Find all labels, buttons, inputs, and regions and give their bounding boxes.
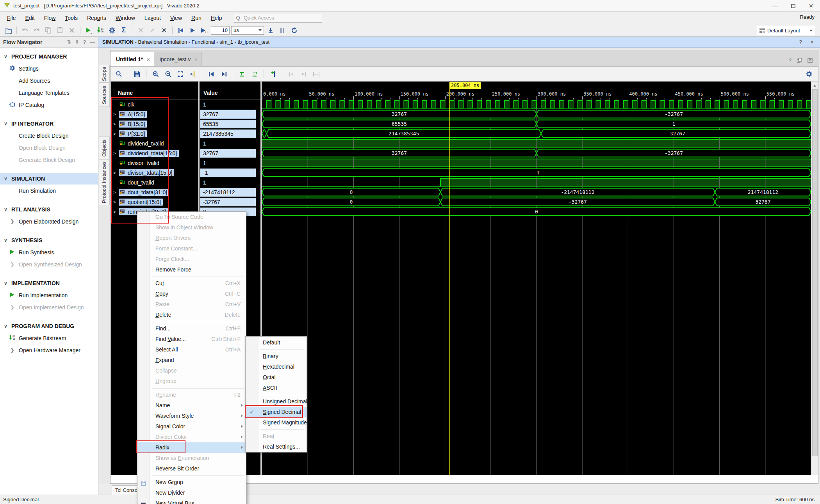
signal-row-divisor-tvalid[interactable]: divisor_tvalid [111,158,198,168]
flow-section-project-manager[interactable]: ∨PROJECT MANAGER [0,51,98,62]
flow-item-generate-bitstream[interactable]: 0110Generate Bitstream [0,332,98,344]
restart-sim-icon[interactable] [176,26,186,35]
signal-row-quotient-15-0[interactable]: >quotient[15:0] [111,197,198,207]
signal-row-dout-tvalid[interactable]: dout_tvalid [111,177,198,187]
next-transition-icon[interactable] [219,69,229,79]
context-menu-item-remove-force[interactable]: Remove Force [137,264,246,275]
side-tab-sources[interactable]: Sources [99,83,110,107]
value-row-quotient-15-0[interactable]: -32767 [200,197,260,207]
zoom-to-cursor-icon[interactable] [188,69,198,79]
side-tab-scope[interactable]: Scope [99,65,110,83]
context-menu-item-expand[interactable]: Expand [137,355,246,366]
tcl-console-tab[interactable]: Tcl Consol [112,485,137,495]
radix-option-binary[interactable]: Binary [246,351,307,362]
flow-item-generate-block-design[interactable]: Generate Block Design [0,154,98,166]
zoom-out-icon[interactable] [163,69,173,79]
expand-icon[interactable]: > [113,209,119,214]
flow-section-simulation[interactable]: ∨SIMULATION [0,173,98,185]
value-row-clk[interactable]: 1 [200,99,260,109]
flow-item-run-simulation[interactable]: Run Simulation [0,185,98,197]
collapse-all-icon[interactable]: ⇅ [67,39,71,45]
signal-row-dividend-tdata-15-0[interactable]: >dividend_tdata[15:0] [111,148,198,158]
close-icon[interactable]: × [147,57,150,62]
tab-untitled-1[interactable]: Untitled 1*× [111,52,154,66]
flow-item-add-sources[interactable]: Add Sources [0,75,98,87]
minimize-button[interactable]: — [766,0,784,12]
float-window-icon[interactable] [797,58,802,63]
cursor-line[interactable] [449,89,450,475]
radix-option-default[interactable]: Default [246,337,307,348]
find-icon[interactable] [114,69,124,79]
swap-cursor-end-icon[interactable] [250,69,260,79]
vertical-scrollbar[interactable]: ▲ [811,82,818,475]
expand-icon[interactable]: > [113,122,119,126]
redo-icon[interactable] [32,26,42,35]
flow-section-program-and-debug[interactable]: ∨PROGRAM AND DEBUG [0,320,98,332]
tab-ipcore-test-v[interactable]: ipcore_test.v× [154,52,202,66]
run-icon[interactable] [84,26,94,35]
paste-icon[interactable] [55,26,65,35]
cancel-pen-icon[interactable] [159,26,169,35]
value-row-dividend-tdata-15-0[interactable]: 32767 [200,148,260,158]
sum-icon[interactable]: Σ [119,26,129,35]
signal-row-p-31-0[interactable]: >P[31:0] [111,129,198,138]
previous-transition-icon[interactable] [206,69,216,79]
expand-icon[interactable]: > [113,151,119,156]
zoom-fit-icon[interactable] [175,69,185,79]
sim-time-input[interactable] [211,26,230,35]
context-menu-item-delete[interactable]: DeleteDelete [137,310,246,320]
generate-bitstream-icon[interactable]: 0110 [95,26,105,35]
flow-item-run-implementation[interactable]: Run Implementation [0,289,98,301]
value-row-a-15-0[interactable]: 32767 [200,109,260,119]
flow-item-settings[interactable]: Settings [0,62,98,75]
flow-item-open-elaborated-design[interactable]: ❯Open Elaborated Design [0,215,98,227]
span-markers-icon[interactable] [311,69,321,79]
delete-icon[interactable] [67,26,77,35]
copy-icon[interactable] [43,26,53,35]
pause-icon[interactable] [277,26,287,35]
radix-option-unsigned-decimal[interactable]: Unsigned Decimal [246,396,307,407]
flow-item-language-templates[interactable]: Language Templates [0,87,98,99]
signal-row-divisor-tdata-15-0[interactable]: >divisor_tdata[15:0] [111,168,198,177]
flow-item-create-block-design[interactable]: Create Block Design [0,130,98,142]
expand-icon[interactable]: > [113,190,119,195]
value-row-dividend-tvalid[interactable]: 1 [200,138,260,148]
previous-marker-icon[interactable] [286,69,296,79]
flow-section-implementation[interactable]: ∨IMPLEMENTATION [0,277,98,289]
help-icon[interactable]: ? [83,39,86,45]
swap-cursor-start-icon[interactable] [237,69,247,79]
context-menu-item-find[interactable]: Find...Ctrl+F [137,323,246,334]
signal-row-b-15-0[interactable]: >B[15:0] [111,119,198,129]
value-row-divisor-tvalid[interactable]: 1 [200,158,260,168]
flow-item-run-synthesis[interactable]: Run Synthesis [0,246,98,258]
value-row-divisor-tdata-15-0[interactable]: -1 [200,168,260,177]
signal-row-a-15-0[interactable]: >A[15:0] [111,109,198,119]
next-marker-icon[interactable] [299,69,309,79]
close-icon[interactable]: × [194,57,198,62]
close-panel-icon[interactable]: × [811,39,814,45]
radix-option-octal[interactable]: Octal [246,372,307,383]
add-marker-icon[interactable] [268,69,278,79]
expand-icon[interactable]: > [113,200,119,204]
radix-option-signed-decimal[interactable]: ✓Signed Decimal [246,407,307,417]
flow-section-rtl-analysis[interactable]: ∨RTL ANALYSIS [0,204,98,215]
menu-edit[interactable]: Edit [21,13,39,23]
value-row-dout-tdata-31-0[interactable]: -2147418112 [200,187,260,197]
menu-run[interactable]: Run [187,13,206,23]
cursor-time-flag[interactable]: 205.004 ns [449,82,481,89]
menu-reports[interactable]: Reports [82,13,111,23]
time-unit-select[interactable]: us [231,26,264,35]
value-column-header[interactable]: Value [200,82,260,99]
minimize-panel-icon[interactable]: — [90,39,95,45]
menu-view[interactable]: View [166,13,187,23]
flow-item-ip-catalog[interactable]: IP Catalog [0,99,98,111]
menu-layout[interactable]: Layout [140,13,166,23]
flow-section-synthesis[interactable]: ∨SYNTHESIS [0,234,98,246]
name-column-header[interactable]: Name [111,82,198,99]
help-icon[interactable]: ? [789,57,791,63]
context-menu-item-radix[interactable]: Radix [137,442,246,453]
context-menu-item-new-divider[interactable]: New Divider [137,488,246,498]
open-recent-icon[interactable] [3,26,13,35]
run-all-icon[interactable] [187,26,198,35]
waveform-canvas[interactable]: 0.000 ns50.000 ns100.000 ns150.000 ns200… [262,82,811,475]
